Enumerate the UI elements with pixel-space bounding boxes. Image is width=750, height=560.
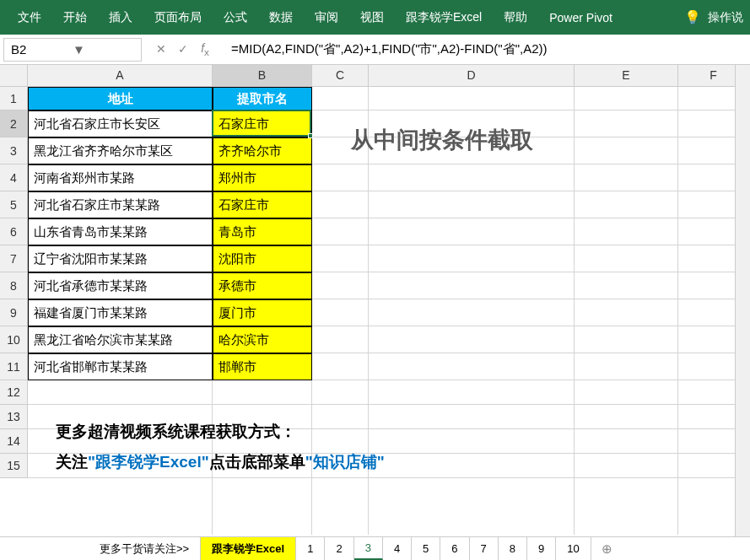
table-row: 河北省邯郸市某某路邯郸市 bbox=[28, 353, 312, 380]
sheet-tab-8[interactable]: 8 bbox=[499, 537, 527, 560]
ribbon-tab-帮助[interactable]: 帮助 bbox=[493, 0, 538, 35]
shop-link[interactable]: "知识店铺" bbox=[305, 453, 385, 471]
cell[interactable]: 黑龙江省齐齐哈尔市某区 bbox=[28, 137, 213, 164]
sheet-tab-5[interactable]: 5 bbox=[412, 537, 440, 560]
sheet-tab-跟李锐学Excel[interactable]: 跟李锐学Excel bbox=[201, 537, 296, 560]
ribbon-tab-公式[interactable]: 公式 bbox=[213, 0, 258, 35]
cell[interactable]: 沈阳市 bbox=[213, 245, 312, 272]
sheet-tab-6[interactable]: 6 bbox=[440, 537, 469, 560]
cell[interactable]: 河北省邯郸市某某路 bbox=[28, 353, 213, 380]
row-header-5[interactable]: 5 bbox=[0, 191, 28, 218]
cell[interactable]: 福建省厦门市某某路 bbox=[28, 299, 213, 326]
sheet-tab-更多干货请关注>>[interactable]: 更多干货请关注>> bbox=[89, 537, 201, 560]
cell[interactable]: 青岛市 bbox=[213, 218, 312, 245]
sheet-tab-1[interactable]: 1 bbox=[296, 537, 325, 560]
ribbon-tab-审阅[interactable]: 审阅 bbox=[304, 0, 349, 35]
sheet-tab-2[interactable]: 2 bbox=[325, 537, 353, 560]
row-header-7[interactable]: 7 bbox=[0, 245, 28, 272]
info-line-1: 更多超清视频系统课程获取方式： bbox=[56, 421, 296, 443]
table-header-cell[interactable]: 地址 bbox=[28, 87, 213, 110]
cell[interactable]: 哈尔滨市 bbox=[213, 326, 312, 353]
column-header-B[interactable]: B bbox=[213, 65, 312, 87]
select-all-corner[interactable] bbox=[0, 65, 28, 87]
row-header-1[interactable]: 1 bbox=[0, 87, 28, 110]
fx-icon[interactable]: fx bbox=[194, 41, 216, 57]
info-line-2: 关注"跟李锐学Excel"点击底部菜单"知识店铺" bbox=[56, 451, 385, 473]
sheet-tab-3[interactable]: 3 bbox=[354, 537, 383, 560]
excel-link[interactable]: "跟李锐学Excel" bbox=[88, 453, 209, 471]
cell[interactable]: 山东省青岛市某某路 bbox=[28, 218, 213, 245]
row-header-4[interactable]: 4 bbox=[0, 164, 28, 191]
ribbon-tab-数据[interactable]: 数据 bbox=[258, 0, 304, 35]
name-box[interactable]: B2 ▼ bbox=[3, 38, 142, 62]
row-header-3[interactable]: 3 bbox=[0, 137, 28, 164]
formula-buttons: ✕ ✓ fx bbox=[143, 41, 223, 57]
table-row: 辽宁省沈阳市某某路沈阳市 bbox=[28, 245, 312, 272]
sheet-tabs-bar: 更多干货请关注>>跟李锐学Excel12345678910⊕ bbox=[0, 536, 750, 560]
row-header-2[interactable]: 2 bbox=[0, 110, 28, 137]
row-header-9[interactable]: 9 bbox=[0, 299, 28, 326]
ribbon-tab-跟李锐学Excel[interactable]: 跟李锐学Excel bbox=[395, 0, 493, 35]
row-header-12[interactable]: 12 bbox=[0, 380, 28, 405]
lightbulb-icon: 💡 bbox=[684, 9, 701, 25]
sheet-tab-9[interactable]: 9 bbox=[527, 537, 556, 560]
ribbon-tab-视图[interactable]: 视图 bbox=[349, 0, 395, 35]
cell[interactable]: 河北省承德市某某路 bbox=[28, 272, 213, 299]
table-row: 河北省石家庄市长安区石家庄市 bbox=[28, 110, 312, 137]
sheet-tab-4[interactable]: 4 bbox=[383, 537, 412, 560]
vertical-scrollbar[interactable] bbox=[735, 65, 750, 536]
spreadsheet-grid: 123456789101112131415 ABCDEF 地址提取市名河北省石家… bbox=[0, 65, 750, 535]
row-header-8[interactable]: 8 bbox=[0, 272, 28, 299]
ribbon-tab-文件[interactable]: 文件 bbox=[7, 0, 52, 35]
row-header-10[interactable]: 10 bbox=[0, 326, 28, 353]
table-row: 河北省石家庄市某某路石家庄市 bbox=[28, 191, 312, 218]
table-row: 福建省厦门市某某路厦门市 bbox=[28, 299, 312, 326]
cell[interactable]: 河北省石家庄市长安区 bbox=[28, 110, 213, 137]
sheet-tab-7[interactable]: 7 bbox=[470, 537, 499, 560]
column-headers: ABCDEF bbox=[28, 65, 750, 87]
column-header-C[interactable]: C bbox=[312, 65, 369, 87]
check-icon[interactable]: ✓ bbox=[172, 42, 194, 56]
row-header-14[interactable]: 14 bbox=[0, 429, 28, 454]
cell[interactable]: 辽宁省沈阳市某某路 bbox=[28, 245, 213, 272]
cells-area[interactable]: 地址提取市名河北省石家庄市长安区石家庄市黑龙江省齐齐哈尔市某区齐齐哈尔市河南省郑… bbox=[28, 87, 750, 535]
row-header-13[interactable]: 13 bbox=[0, 405, 28, 429]
cell[interactable]: 郑州市 bbox=[213, 164, 312, 191]
row-header-11[interactable]: 11 bbox=[0, 353, 28, 380]
cell[interactable]: 邯郸市 bbox=[213, 353, 312, 380]
formula-input[interactable]: =MID(A2,FIND("省",A2)+1,FIND("市",A2)-FIND… bbox=[223, 39, 750, 60]
formula-bar: B2 ▼ ✕ ✓ fx =MID(A2,FIND("省",A2)+1,FIND(… bbox=[0, 35, 750, 65]
cancel-icon[interactable]: ✕ bbox=[150, 42, 172, 56]
row-header-15[interactable]: 15 bbox=[0, 454, 28, 478]
ribbon-tab-页面布局[interactable]: 页面布局 bbox=[143, 0, 213, 35]
cell[interactable]: 石家庄市 bbox=[213, 191, 312, 218]
page-title: 从中间按条件截取 bbox=[351, 125, 533, 155]
name-box-value: B2 bbox=[11, 42, 73, 57]
ribbon-bar: 文件开始插入页面布局公式数据审阅视图跟李锐学Excel帮助Power Pivot… bbox=[0, 0, 750, 35]
row-header-6[interactable]: 6 bbox=[0, 218, 28, 245]
column-header-A[interactable]: A bbox=[28, 65, 213, 87]
cell[interactable]: 河北省石家庄市某某路 bbox=[28, 191, 213, 218]
tell-me[interactable]: 操作说 bbox=[708, 10, 743, 25]
ribbon-tab-插入[interactable]: 插入 bbox=[98, 0, 143, 35]
table-row: 河南省郑州市某路郑州市 bbox=[28, 164, 312, 191]
cell[interactable]: 河南省郑州市某路 bbox=[28, 164, 213, 191]
ribbon-tab-开始[interactable]: 开始 bbox=[52, 0, 98, 35]
add-sheet-button[interactable]: ⊕ bbox=[591, 538, 623, 560]
column-header-D[interactable]: D bbox=[369, 65, 575, 87]
sheet-tab-10[interactable]: 10 bbox=[556, 537, 591, 560]
cell[interactable]: 齐齐哈尔市 bbox=[213, 137, 312, 164]
cell[interactable]: 黑龙江省哈尔滨市某某路 bbox=[28, 326, 213, 353]
table-header-cell[interactable]: 提取市名 bbox=[213, 87, 312, 110]
cell[interactable]: 石家庄市 bbox=[213, 110, 312, 137]
table-row: 河北省承德市某某路承德市 bbox=[28, 272, 312, 299]
table-row: 黑龙江省哈尔滨市某某路哈尔滨市 bbox=[28, 326, 312, 353]
ribbon-tab-Power Pivot[interactable]: Power Pivot bbox=[538, 0, 623, 35]
row-headers: 123456789101112131415 bbox=[0, 87, 28, 478]
chevron-down-icon[interactable]: ▼ bbox=[73, 42, 134, 57]
column-header-E[interactable]: E bbox=[575, 65, 678, 87]
table-row: 黑龙江省齐齐哈尔市某区齐齐哈尔市 bbox=[28, 137, 312, 164]
cell[interactable]: 承德市 bbox=[213, 272, 312, 299]
cell[interactable]: 厦门市 bbox=[213, 299, 312, 326]
fill-handle[interactable] bbox=[308, 133, 313, 138]
